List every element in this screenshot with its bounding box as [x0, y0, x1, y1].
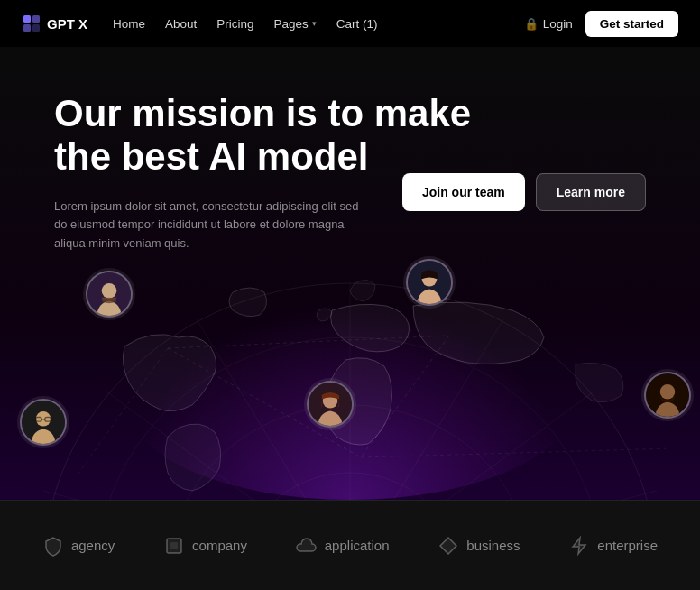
lightning-icon [568, 535, 590, 557]
svg-point-33 [660, 384, 676, 400]
brand-business-label: business [466, 538, 520, 553]
bottom-bar: agency company application business ente… [0, 500, 700, 590]
brand-business: business [438, 535, 520, 557]
logo-icon [22, 14, 41, 33]
diamond-icon [438, 535, 459, 557]
svg-line-18 [78, 348, 168, 475]
nav-pages[interactable]: Pages ▾ [274, 17, 317, 31]
svg-rect-0 [23, 15, 31, 23]
nav-links: Home About Pricing Pages ▾ Cart (1) [113, 17, 499, 31]
brand-agency: agency [42, 535, 115, 557]
nav-home[interactable]: Home [113, 17, 145, 31]
nav-right: 🔒 Login Get started [524, 11, 678, 37]
nav-pricing[interactable]: Pricing [216, 17, 253, 31]
avatar-pin-4 [20, 399, 67, 446]
hero-buttons: Join our team Learn more [402, 173, 646, 211]
svg-rect-3 [32, 24, 40, 32]
brand-company: company [163, 535, 247, 557]
avatar-pin-3 [307, 381, 354, 428]
svg-line-19 [361, 448, 666, 457]
shield-icon [42, 535, 64, 557]
hero-section: Our mission is to make the best AI model… [0, 47, 700, 500]
nav-about[interactable]: About [165, 17, 197, 31]
svg-point-21 [102, 283, 117, 299]
join-team-button[interactable]: Join our team [402, 173, 525, 211]
lock-icon: 🔒 [524, 17, 539, 31]
avatar-pin-5 [644, 372, 691, 419]
square-icon [163, 535, 185, 557]
navbar: GPT X Home About Pricing Pages ▾ Cart (1… [0, 0, 700, 47]
brand-company-label: company [192, 538, 247, 553]
brand-application: application [296, 535, 390, 557]
logo[interactable]: GPT X [22, 14, 88, 33]
learn-more-button[interactable]: Learn more [536, 173, 646, 211]
svg-rect-2 [23, 24, 31, 32]
svg-point-22 [102, 299, 117, 304]
brand-application-label: application [325, 538, 390, 553]
cloud-icon [296, 535, 318, 557]
hero-title: Our mission is to make the best AI model [54, 92, 487, 180]
chevron-down-icon: ▾ [312, 19, 317, 28]
login-button[interactable]: 🔒 Login [524, 17, 573, 31]
svg-rect-35 [170, 542, 178, 549]
brand-enterprise-label: enterprise [597, 538, 658, 553]
get-started-button[interactable]: Get started [585, 11, 678, 37]
svg-line-13 [43, 491, 350, 500]
brand-agency-label: agency [71, 538, 115, 553]
hero-description: Lorem ipsum dolor sit amet, consectetur … [54, 198, 361, 254]
logo-text: GPT X [47, 16, 88, 32]
svg-line-14 [350, 491, 657, 500]
nav-cart[interactable]: Cart (1) [336, 17, 378, 31]
brand-enterprise: enterprise [568, 535, 658, 557]
svg-rect-1 [32, 15, 40, 23]
